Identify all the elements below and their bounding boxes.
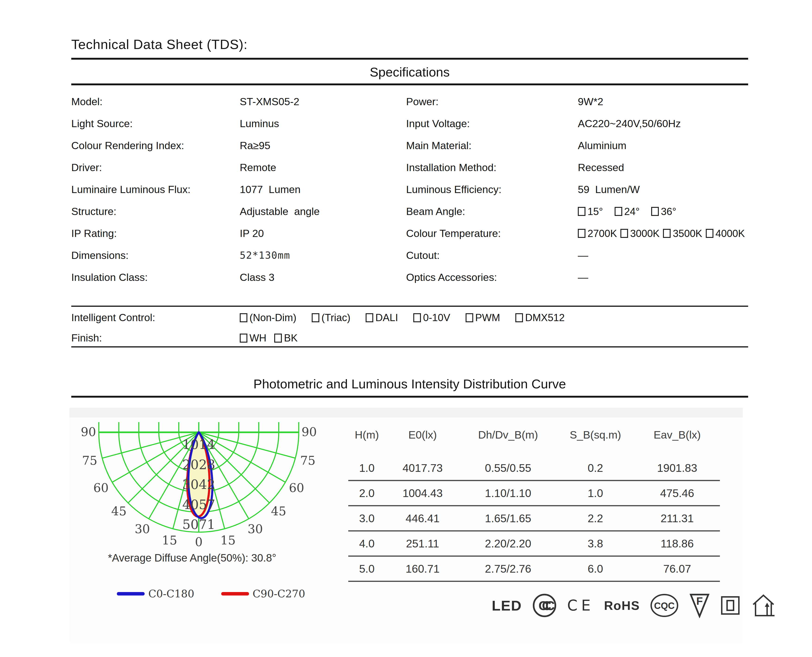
divider <box>71 84 748 85</box>
spec-row: Cutout:— <box>406 244 746 266</box>
angle-label: 60 <box>289 481 304 495</box>
spec-row: Light Source:Luminus <box>71 112 402 135</box>
ring-label: 3042 <box>182 477 215 492</box>
table-cell: 5.0 <box>348 562 386 575</box>
table-cell: 160.71 <box>386 562 460 575</box>
checkbox-option: DMX512 <box>515 312 565 324</box>
divider <box>71 306 748 307</box>
table-cell: 2.0 <box>348 487 386 500</box>
spec-label: Beam Angle: <box>406 206 578 218</box>
spec-value: Aluminium <box>578 140 626 152</box>
checkbox[interactable] <box>651 207 659 216</box>
spec-label: Insulation Class: <box>71 271 240 283</box>
spec-row: Driver:Remote <box>71 157 402 179</box>
table-cell: 1.0 <box>556 487 634 500</box>
spec-row: Structure:Adjustable angle <box>71 201 402 223</box>
checkbox[interactable] <box>620 229 628 238</box>
table-row: 4.0251.112.20/2.203.8118.86 <box>348 531 720 557</box>
cqc-mark-icon: CQC <box>650 593 679 618</box>
checkbox[interactable] <box>578 229 586 238</box>
cert-item-rohs: RoHS <box>604 598 640 613</box>
spec-value: 2700K3000K3500K4000K <box>578 228 745 239</box>
spec-row: Insulation Class:Class 3 <box>71 266 402 288</box>
checkbox-option: (Non-Dim) <box>240 312 297 324</box>
legend-swatch <box>117 592 145 596</box>
angle-label: 75 <box>300 453 315 467</box>
table-row: 2.01004.431.10/1.101.0475.46 <box>348 481 720 506</box>
table-cell: 6.0 <box>556 562 634 575</box>
checkbox-option: (Triac) <box>312 312 350 324</box>
spec-value: Remote <box>240 162 276 174</box>
checkbox[interactable] <box>365 313 373 322</box>
checkbox-option: 3000K <box>620 228 659 239</box>
checkbox[interactable] <box>578 207 586 216</box>
cert-item-led: LED <box>492 597 522 614</box>
checkbox[interactable] <box>240 313 247 322</box>
spec-label: Dimensions: <box>71 249 240 262</box>
spec-label: Power: <box>406 96 578 108</box>
cert-item-cqc: CQC <box>650 593 679 618</box>
angle-label: 75 <box>82 453 97 467</box>
spec-label: Optics Accessories: <box>406 271 578 283</box>
table-header-cell: Eav_B(lx) <box>634 428 720 441</box>
ce-mark-icon: CE <box>567 597 594 614</box>
checkbox[interactable] <box>274 333 282 343</box>
checkbox-option: 3500K <box>663 228 702 239</box>
spec-row: Luminaire Luminous Flux:1077 Lumen <box>71 179 402 201</box>
table-cell: 1.10/1.10 <box>460 487 556 500</box>
divider <box>71 346 748 347</box>
checkbox[interactable] <box>663 229 671 238</box>
table-header-cell: S_B(sq.m) <box>556 428 634 441</box>
angle-label: 90 <box>301 425 317 439</box>
checkbox[interactable] <box>706 229 714 238</box>
ring-label: 1014 <box>182 437 215 452</box>
table-cell: 446.41 <box>386 512 460 525</box>
checkbox-options: (Non-Dim)(Triac)DALI0-10VPWMDMX512 <box>240 312 565 324</box>
checkbox[interactable] <box>312 313 319 322</box>
cert-item-house <box>750 593 776 618</box>
spec-row: Main Material:Aluminium <box>406 135 746 157</box>
svg-text:C: C <box>545 598 555 613</box>
table-cell: 1.0 <box>348 462 386 474</box>
spec-row: Colour Temperature:2700K3000K3500K4000K <box>406 223 746 244</box>
spec-value: — <box>578 249 588 262</box>
legend-label: C0-C180 <box>148 588 194 600</box>
spec-value: 59 Lumen/W <box>578 184 640 196</box>
checkbox[interactable] <box>413 313 421 322</box>
angle-label: 30 <box>248 522 263 536</box>
spec-value: 52*130mm <box>240 250 290 261</box>
spec-label: IP Rating: <box>71 227 240 240</box>
photometric-heading: Photometric and Luminous Intensity Distr… <box>71 376 748 391</box>
checkbox-option: 15° <box>578 206 603 217</box>
spec-column-left: Model:ST-XMS05-2Light Source:LuminusColo… <box>71 90 402 288</box>
average-diffuse-angle-note: *Average Diffuse Angle(50%): 30.8° <box>59 551 325 564</box>
spec-label: Light Source: <box>71 118 240 130</box>
table-row: 3.0446.411.65/1.652.2211.31 <box>348 506 720 531</box>
table-header-cell: Dh/Dv_B(m) <box>460 428 556 441</box>
checkbox-option: PWM <box>465 312 500 324</box>
checkbox[interactable] <box>515 313 523 322</box>
checkbox-option: WH <box>240 332 266 344</box>
table-cell: 4.0 <box>348 537 386 550</box>
checkbox[interactable] <box>615 207 622 216</box>
cert-item-f-mark: F <box>689 593 710 618</box>
checkbox[interactable] <box>465 313 473 322</box>
spec-label: Luminaire Luminous Flux: <box>71 184 240 196</box>
table-header-row: H(m)E0(lx)Dh/Dv_B(m)S_B(sq.m)Eav_B(lx) <box>348 424 720 445</box>
spec-value: 15°24°36° <box>578 206 676 217</box>
spec-row: Input Voltage:AC220~240V,50/60Hz <box>406 112 746 135</box>
spec-value: 1077 Lumen <box>240 184 301 196</box>
spec-value: Adjustable angle <box>240 206 320 218</box>
table-cell: 3.8 <box>556 537 634 550</box>
checkbox[interactable] <box>240 333 247 343</box>
cert-item-class-ii <box>720 595 741 616</box>
table-cell: 251.11 <box>386 537 460 550</box>
legend-item: C90-C270 <box>221 588 305 600</box>
spec-row: IP Rating:IP 20 <box>71 223 402 244</box>
checkbox-option: 2700K <box>578 228 617 239</box>
table-cell: 118.86 <box>634 537 720 550</box>
table-header-cell: E0(lx) <box>386 428 460 441</box>
svg-text:CQC: CQC <box>654 601 675 611</box>
spec-row: Luminous Efficiency:59 Lumen/W <box>406 179 746 201</box>
spec-row: Installation Method:Recessed <box>406 157 746 179</box>
